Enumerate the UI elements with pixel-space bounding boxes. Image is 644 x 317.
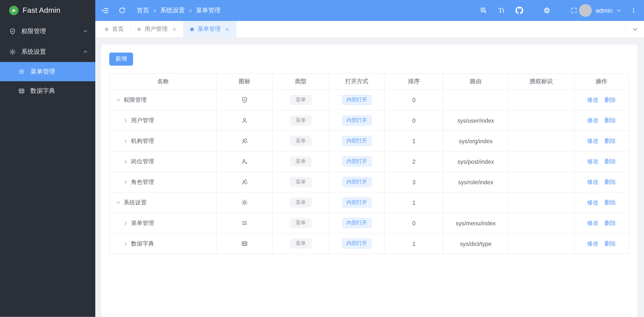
table-grid-icon — [18, 87, 25, 94]
tabs-strip: 首页用户管理菜单管理 — [95, 21, 626, 37]
chevron-right-icon[interactable] — [123, 180, 128, 184]
user-menu[interactable]: admin — [579, 4, 622, 17]
breadcrumb: 首页>系统设置>菜单管理 — [137, 6, 221, 14]
permission-cell — [508, 233, 574, 254]
edit-link[interactable]: 修改 — [587, 96, 598, 104]
chevron-down-icon[interactable] — [116, 97, 121, 102]
fullscreen-icon[interactable] — [570, 7, 578, 14]
delete-link[interactable]: 删除 — [604, 219, 616, 227]
chevron-right-icon[interactable] — [123, 221, 128, 226]
tree-node: 角色管理 — [110, 178, 216, 186]
edit-link[interactable]: 修改 — [587, 137, 598, 145]
open-mode-cell: 内部打开 — [329, 213, 385, 233]
sidebar-menu: 权限管理系统设置菜单管理数据字典 — [0, 21, 95, 100]
row-actions: 修改删除 — [587, 137, 616, 145]
delete-link[interactable]: 删除 — [604, 96, 616, 104]
tab-3[interactable]: 菜单管理 — [184, 21, 237, 37]
tab-2[interactable]: 用户管理 — [130, 21, 184, 37]
open-mode-cell: 内部打开 — [329, 151, 385, 172]
logo-row[interactable]: Fast Admin — [0, 0, 95, 21]
breadcrumb-item[interactable]: 系统设置 — [160, 6, 185, 14]
font-size-icon[interactable]: Tt — [498, 7, 504, 14]
name-cell: 用户管理 — [110, 110, 216, 131]
delete-link[interactable]: 删除 — [604, 199, 616, 206]
sidebar-subitem[interactable]: 数据字典 — [0, 81, 95, 100]
chevron-right-icon[interactable] — [123, 241, 128, 246]
app-logo-icon — [9, 6, 18, 15]
menu-name: 权限管理 — [124, 96, 147, 104]
edit-link[interactable]: 修改 — [587, 240, 598, 247]
github-icon[interactable] — [516, 6, 523, 14]
tree-node: 数据字典 — [110, 240, 216, 247]
globe-icon[interactable] — [544, 7, 550, 14]
close-icon[interactable] — [172, 27, 176, 31]
type-cell: 菜单 — [272, 110, 329, 131]
close-icon[interactable] — [225, 27, 230, 31]
chevron-right-icon[interactable] — [123, 139, 128, 143]
delete-link[interactable]: 删除 — [604, 137, 616, 145]
delete-link[interactable]: 删除 — [604, 240, 616, 247]
route-cell: sys/org/index — [443, 131, 508, 151]
menu-name: 数据字典 — [131, 240, 154, 247]
menu-fold-icon[interactable] — [101, 6, 109, 14]
open-mode-badge: 内部打开 — [342, 177, 372, 187]
chevron-right-icon[interactable] — [123, 118, 128, 123]
row-actions: 修改删除 — [587, 219, 616, 227]
edit-link[interactable]: 修改 — [587, 158, 598, 165]
tab-bar: 首页用户管理菜单管理 — [95, 21, 644, 37]
chevron-up-icon — [83, 49, 88, 54]
refresh-icon[interactable] — [118, 6, 126, 14]
actions-cell: 修改删除 — [574, 151, 629, 172]
name-cell: 系统设置 — [110, 192, 216, 213]
permission-cell — [508, 192, 574, 213]
sidebar-subitem[interactable]: 菜单管理 — [0, 62, 95, 81]
breadcrumb-item[interactable]: 菜单管理 — [196, 6, 221, 14]
breadcrumb-item[interactable]: 首页 — [137, 6, 149, 14]
avatar — [579, 4, 592, 17]
type-badge: 菜单 — [290, 136, 312, 146]
content-area: 新增 名称图标类型打开方式排序路由授权标识操作 权限管理菜单内部打开0修改删除用… — [95, 37, 644, 317]
open-mode-badge: 内部打开 — [342, 197, 372, 208]
open-mode-cell: 内部打开 — [329, 172, 385, 192]
sidebar-section[interactable]: 权限管理 — [0, 21, 95, 41]
permission-cell — [508, 172, 574, 192]
tab-status-dot — [105, 27, 108, 31]
delete-link[interactable]: 删除 — [604, 117, 616, 124]
delete-link[interactable]: 删除 — [604, 158, 616, 165]
translate-icon[interactable] — [480, 7, 487, 14]
type-cell: 菜单 — [272, 192, 329, 213]
chevron-down-icon[interactable] — [116, 200, 121, 205]
sidebar-subitem-label: 菜单管理 — [30, 68, 55, 76]
tabs-dropdown-button[interactable] — [626, 21, 644, 37]
permission-cell — [508, 151, 574, 172]
tree-node: 用户管理 — [110, 117, 216, 124]
gear-icon — [241, 199, 248, 206]
kebab-menu-icon[interactable] — [630, 6, 636, 14]
sidebar-section-label: 系统设置 — [21, 48, 46, 56]
permission-cell — [508, 90, 574, 110]
tree-node: 岗位管理 — [110, 158, 216, 165]
edit-link[interactable]: 修改 — [587, 219, 598, 227]
sidebar: Fast Admin 权限管理系统设置菜单管理数据字典 — [0, 0, 95, 317]
chevron-right-icon[interactable] — [123, 159, 128, 164]
table-row: 菜单管理菜单内部打开0sys/menu/index修改删除 — [110, 213, 629, 233]
route-cell: sys/user/index — [443, 110, 508, 131]
name-cell: 角色管理 — [110, 172, 216, 192]
delete-link[interactable]: 删除 — [604, 178, 616, 186]
tab-1[interactable]: 首页 — [98, 21, 130, 37]
open-mode-badge: 内部打开 — [342, 218, 372, 228]
edit-link[interactable]: 修改 — [587, 178, 598, 186]
icon-cell — [216, 110, 272, 131]
edit-link[interactable]: 修改 — [587, 117, 598, 124]
sidebar-section[interactable]: 系统设置 — [0, 41, 95, 62]
open-mode-cell: 内部打开 — [329, 90, 385, 110]
menu-table: 名称图标类型打开方式排序路由授权标识操作 权限管理菜单内部打开0修改删除用户管理… — [109, 73, 629, 254]
user-plus-icon — [241, 158, 248, 165]
type-cell: 菜单 — [272, 151, 329, 172]
add-button[interactable]: 新增 — [109, 52, 133, 65]
edit-link[interactable]: 修改 — [587, 199, 598, 206]
type-badge: 菜单 — [290, 238, 312, 249]
type-cell: 菜单 — [272, 213, 329, 233]
row-actions: 修改删除 — [587, 240, 616, 247]
tree-node: 菜单管理 — [110, 219, 216, 227]
